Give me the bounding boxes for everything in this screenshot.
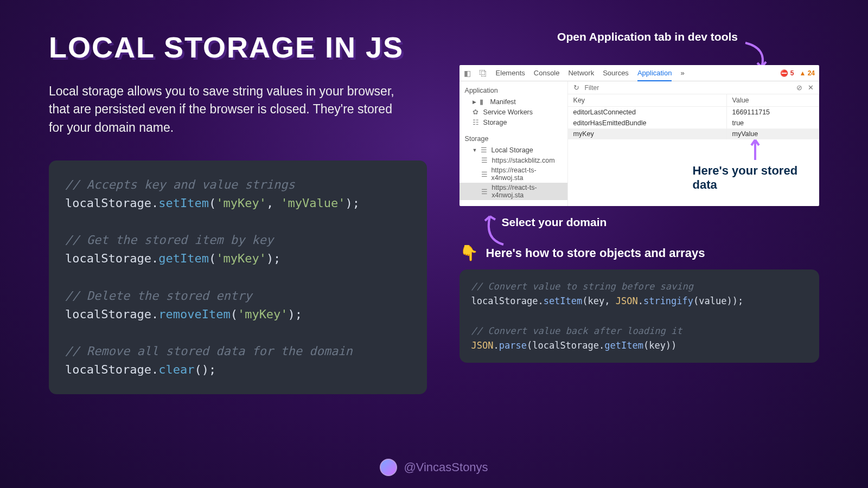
sidebar-item-manifest[interactable]: ▶▮Manifest: [465, 97, 562, 107]
refresh-icon[interactable]: ↻: [573, 84, 579, 92]
hint-open-tab: Open Application tab in dev tools: [459, 30, 738, 43]
code-block-main: // Accepts key and value strings localSt…: [49, 160, 427, 394]
sidebar-domain-1[interactable]: ☰https://stackblitz.com: [465, 155, 562, 165]
table-row[interactable]: myKeymyValue: [568, 129, 819, 139]
devtools-tabs: ◧ ⿻ Elements Console Network Sources App…: [459, 65, 819, 81]
author-handle: @VincasStonys: [404, 460, 488, 474]
error-count[interactable]: ⛔ 5: [780, 69, 794, 77]
hint-stored-data: Here's your stored data: [693, 164, 819, 192]
footer: @VincasStonys: [0, 459, 868, 476]
sidebar-item-storage[interactable]: ☷Storage: [465, 117, 562, 127]
avatar: [380, 459, 397, 476]
sidebar-item-sw[interactable]: ✿Service Workers: [465, 107, 562, 117]
devtools-sidebar: Application ▶▮Manifest ✿Service Workers …: [459, 81, 568, 206]
tab-application[interactable]: Application: [637, 69, 672, 81]
arrow-to-domain-icon: [479, 212, 512, 250]
sidebar-item-local-storage[interactable]: ▼☰Local Storage: [465, 145, 562, 155]
col-key[interactable]: Key: [568, 94, 726, 107]
point-down-icon: 👇: [459, 244, 478, 262]
hint-objects-text: Here's how to store objects and arrays: [486, 246, 705, 260]
code-block-objects: // Convert value to string before saving…: [459, 269, 819, 363]
page-title: LOCAL STORAGE IN JS: [49, 30, 427, 64]
device-icon[interactable]: ⿻: [480, 69, 487, 78]
description-text: Local storage allows you to save string …: [49, 82, 401, 137]
sidebar-header-app: Application: [465, 87, 562, 94]
warning-count[interactable]: ▲ 24: [799, 69, 815, 77]
storage-table: KeyValue editorLastConnected1669111715 e…: [568, 94, 819, 139]
tab-network[interactable]: Network: [568, 69, 594, 77]
clear-icon[interactable]: ⊘: [796, 84, 802, 92]
close-icon[interactable]: ✕: [808, 84, 814, 92]
tab-sources[interactable]: Sources: [603, 69, 629, 77]
sidebar-header-storage: Storage: [465, 135, 562, 143]
sidebar-domain-2[interactable]: ☰https://react-ts-x4nwoj.sta: [465, 165, 562, 183]
tab-more[interactable]: »: [680, 69, 684, 77]
table-row[interactable]: editorLastConnected1669111715: [568, 107, 819, 118]
inspect-icon[interactable]: ◧: [464, 69, 471, 78]
table-row[interactable]: editorHasEmittedBundletrue: [568, 118, 819, 129]
arrow-to-data-icon: [747, 136, 763, 164]
tab-console[interactable]: Console: [534, 69, 560, 77]
sidebar-domain-3[interactable]: ☰https://react-ts-x4nwoj.sta: [459, 183, 567, 200]
hint-select-domain: Select your domain: [502, 216, 819, 229]
hint-objects-row: 👇 Here's how to store objects and arrays: [459, 244, 819, 262]
devtools-panel: ◧ ⿻ Elements Console Network Sources App…: [459, 65, 819, 206]
tab-elements[interactable]: Elements: [496, 69, 525, 77]
filter-input[interactable]: [585, 84, 791, 92]
filter-bar: ↻ ⊘ ✕: [568, 81, 819, 94]
col-value[interactable]: Value: [726, 94, 819, 107]
